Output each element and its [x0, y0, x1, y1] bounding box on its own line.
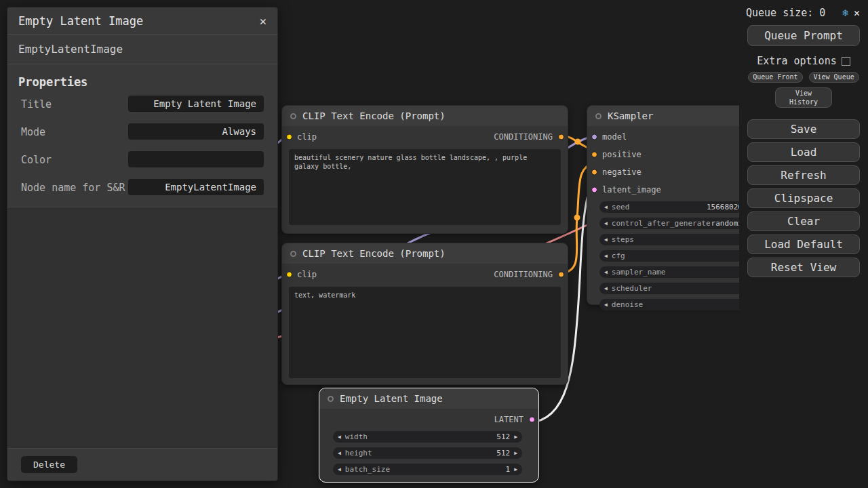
node-clip-text-encode-negative[interactable]: CLIP Text Encode (Prompt) clip CONDITION…: [281, 243, 568, 385]
clear-button[interactable]: Clear: [747, 211, 860, 231]
widget-label: width: [345, 432, 368, 441]
increment-arrow-icon[interactable]: ▶: [514, 451, 517, 456]
clip-input-port[interactable]: [286, 272, 292, 278]
field-node-name-snr: Node name for S&R EmptyLatentImage: [7, 179, 277, 195]
widget-batch-size[interactable]: ◀ batch_size 1 ▶: [333, 464, 522, 475]
negative-input-port[interactable]: [591, 169, 597, 176]
node-title: CLIP Text Encode (Prompt): [302, 248, 446, 259]
clipspace-button[interactable]: Clipspace: [747, 188, 860, 208]
queue-front-button[interactable]: Queue Front: [748, 72, 802, 83]
node-title: KSampler: [608, 110, 653, 121]
prompt-textarea[interactable]: text, watermark: [289, 287, 561, 378]
increment-arrow-icon[interactable]: ▶: [514, 434, 517, 440]
link-dot: [574, 215, 580, 221]
node-empty-latent-image[interactable]: Empty Latent Image LATENT ◀ width 512 ▶ …: [319, 388, 539, 483]
node-title-bar[interactable]: CLIP Text Encode (Prompt): [282, 106, 568, 126]
reset-view-button[interactable]: Reset View: [747, 258, 860, 277]
mode-field[interactable]: Always: [128, 123, 264, 140]
widget-label: sampler_name: [612, 268, 665, 277]
properties-section-title: Properties: [7, 64, 277, 96]
save-button[interactable]: Save: [747, 119, 860, 139]
load-default-button[interactable]: Load Default: [747, 235, 860, 254]
queue-size-label: Queue size: 0: [746, 7, 837, 19]
widget-label: control_after_generate: [612, 219, 711, 228]
decrement-arrow-icon[interactable]: ◀: [338, 434, 341, 440]
decrement-arrow-icon[interactable]: ◀: [338, 467, 341, 472]
panel-empty-area: [7, 207, 277, 448]
view-queue-button[interactable]: View Queue: [809, 72, 859, 83]
collapse-toggle-icon[interactable]: [328, 396, 334, 402]
delete-button[interactable]: Delete: [21, 456, 77, 473]
input-label: latent_image: [602, 185, 661, 195]
field-label: Mode: [21, 123, 128, 139]
field-mode: Mode Always: [7, 123, 277, 140]
node-title: CLIP Text Encode (Prompt): [302, 110, 446, 121]
extra-options-checkbox[interactable]: [842, 57, 850, 66]
snowflake-icon[interactable]: ❄: [842, 7, 848, 19]
decrement-arrow-icon[interactable]: ◀: [604, 302, 608, 308]
load-button[interactable]: Load: [747, 142, 860, 162]
field-color: Color: [7, 151, 277, 167]
properties-panel: Empty Latent Image ✕ EmptyLatentImage Pr…: [7, 7, 278, 481]
widget-height[interactable]: ◀ height 512 ▶: [333, 447, 522, 459]
prompt-textarea[interactable]: beautiful scenery nature glass bottle la…: [289, 149, 561, 225]
widget-width[interactable]: ◀ width 512 ▶: [333, 431, 522, 443]
decrement-arrow-icon[interactable]: ◀: [604, 221, 608, 226]
node-name-snr-field[interactable]: EmptyLatentImage: [128, 179, 264, 195]
input-label: clip: [297, 270, 317, 279]
conditioning-output-port[interactable]: [558, 272, 564, 278]
widget-label: denoise: [612, 300, 643, 309]
extra-options-label: Extra options: [757, 55, 836, 67]
collapse-toggle-icon[interactable]: [290, 251, 296, 257]
title-field[interactable]: Empty Latent Image: [128, 96, 264, 112]
input-label: model: [602, 132, 627, 142]
node-title: Empty Latent Image: [340, 393, 443, 404]
decrement-arrow-icon[interactable]: ◀: [604, 270, 608, 275]
widget-value: 512: [496, 449, 510, 458]
widget-label: batch_size: [345, 465, 390, 474]
conditioning-output-port[interactable]: [558, 134, 564, 140]
decrement-arrow-icon[interactable]: ◀: [338, 451, 341, 456]
output-label: CONDITIONING: [494, 132, 553, 142]
increment-arrow-icon[interactable]: ▶: [514, 467, 517, 472]
comfyui-menu: Queue size: 0 ❄ ✕ Queue Prompt Extra opt…: [739, 0, 868, 488]
decrement-arrow-icon[interactable]: ◀: [604, 205, 608, 210]
view-history-label: View History: [788, 89, 819, 106]
node-clip-text-encode-positive[interactable]: CLIP Text Encode (Prompt) clip CONDITION…: [281, 105, 568, 234]
widget-label: cfg: [612, 251, 625, 260]
widget-value: 1: [506, 465, 511, 474]
output-label: CONDITIONING: [494, 270, 553, 279]
collapse-toggle-icon[interactable]: [290, 113, 296, 119]
field-label: Color: [21, 151, 128, 167]
color-field[interactable]: [128, 151, 264, 167]
refresh-button[interactable]: Refresh: [747, 165, 860, 185]
properties-panel-title: Empty Latent Image: [18, 14, 143, 28]
field-label: Node name for S&R: [21, 179, 128, 195]
view-history-button[interactable]: View History: [775, 87, 832, 108]
widget-label: seed: [612, 203, 630, 211]
decrement-arrow-icon[interactable]: ◀: [604, 253, 608, 259]
latent-image-input-port[interactable]: [591, 187, 597, 193]
widget-label: scheduler: [612, 284, 652, 293]
positive-input-port[interactable]: [591, 152, 597, 158]
input-label: negative: [602, 167, 642, 177]
link-dot: [575, 139, 581, 145]
widget-label: steps: [612, 235, 634, 244]
latent-output-port[interactable]: [529, 417, 535, 423]
decrement-arrow-icon[interactable]: ◀: [604, 286, 608, 291]
queue-prompt-button[interactable]: Queue Prompt: [747, 25, 860, 46]
close-icon[interactable]: ✕: [854, 7, 860, 19]
clip-input-port[interactable]: [286, 134, 292, 140]
collapse-toggle-icon[interactable]: [595, 113, 601, 119]
node-title-bar[interactable]: Empty Latent Image: [319, 388, 538, 409]
field-title: Title Empty Latent Image: [7, 96, 277, 112]
output-label: LATENT: [494, 415, 524, 424]
decrement-arrow-icon[interactable]: ◀: [604, 237, 608, 243]
field-label: Title: [21, 96, 128, 111]
node-title-bar[interactable]: CLIP Text Encode (Prompt): [282, 243, 568, 264]
widget-value: 512: [496, 432, 510, 441]
node-graph-canvas[interactable]: CLIP Text Encode (Prompt) clip CONDITION…: [0, 0, 868, 488]
widget-label: height: [345, 449, 372, 458]
close-icon[interactable]: ✕: [260, 14, 267, 28]
model-input-port[interactable]: [591, 134, 597, 140]
